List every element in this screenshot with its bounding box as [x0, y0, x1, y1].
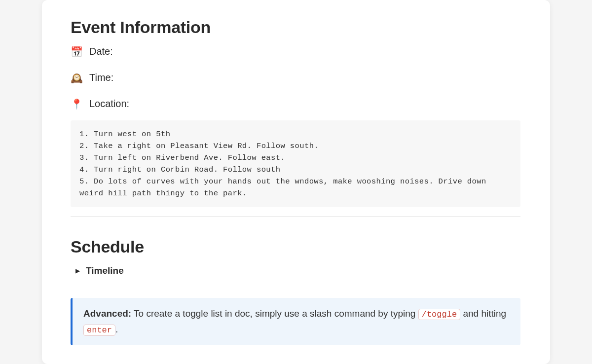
- event-date-row[interactable]: 📅 Date:: [71, 46, 520, 57]
- pin-icon: 📍: [71, 99, 81, 109]
- clock-icon: 🕰️: [71, 73, 81, 83]
- callout-text-1: To create a toggle list in doc, simply u…: [131, 308, 418, 319]
- timeline-toggle[interactable]: ▶ Timeline: [71, 265, 520, 276]
- event-info-heading: Event Information: [71, 18, 520, 37]
- enter-key-code: enter: [83, 325, 115, 336]
- event-location-row[interactable]: 📍 Location:: [71, 98, 520, 109]
- callout-text-2: and hitting: [460, 308, 506, 319]
- event-time-label: Time:: [89, 72, 113, 83]
- timeline-toggle-label: Timeline: [86, 265, 124, 276]
- calendar-icon: 📅: [71, 47, 81, 57]
- callout-text-3: .: [115, 324, 118, 334]
- caret-right-icon: ▶: [75, 267, 80, 274]
- toggle-command-code: /toggle: [418, 309, 460, 320]
- document-page: Event Information 📅 Date: 🕰️ Time: 📍 Loc…: [42, 0, 550, 364]
- event-date-label: Date:: [89, 46, 113, 57]
- callout-strong: Advanced:: [83, 308, 131, 319]
- directions-code-block[interactable]: 1. Turn west on 5th 2. Take a right on P…: [71, 120, 520, 207]
- event-time-row[interactable]: 🕰️ Time:: [71, 72, 520, 83]
- schedule-heading: Schedule: [71, 237, 520, 256]
- advanced-tip-callout: Advanced: To create a toggle list in doc…: [71, 298, 520, 345]
- event-location-label: Location:: [89, 98, 129, 109]
- section-divider: [71, 216, 520, 217]
